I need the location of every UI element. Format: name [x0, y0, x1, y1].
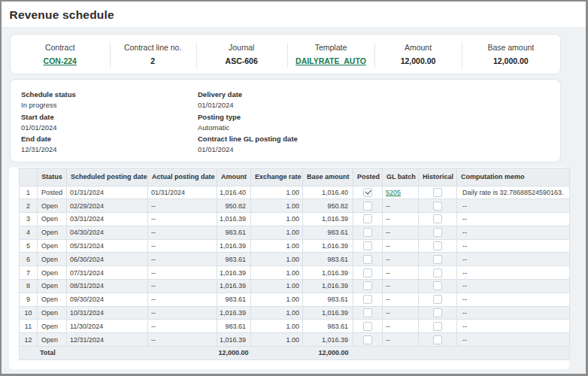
cell-status: Open	[38, 333, 67, 347]
cell-posted	[353, 239, 383, 253]
detail-label-end-date: End date	[21, 134, 198, 144]
cell-computation-memo: --	[457, 306, 570, 320]
detail-value-delivery-date: 01/01/2024	[198, 100, 560, 111]
summary-value-template-link[interactable]: DAILYRATE_AUTO	[296, 56, 366, 66]
cell-status: Open	[38, 306, 67, 320]
cell-historical	[419, 266, 457, 280]
cell-gl-batch: --	[383, 306, 419, 320]
cell-scheduled-posting-date: 03/31/2024	[67, 213, 148, 226]
cell-computation-memo: Daily rate is 32.78688524590163.	[457, 186, 570, 199]
detail-label-delivery-date: Delivery date	[198, 89, 560, 100]
posted-checkbox[interactable]	[363, 335, 372, 344]
cell-computation-memo: --	[457, 280, 570, 293]
historical-checkbox[interactable]	[433, 281, 442, 290]
cell-historical	[419, 253, 457, 266]
historical-checkbox[interactable]	[433, 295, 442, 304]
summary-label-contract: Contract	[45, 43, 75, 53]
cell-status: Open	[38, 266, 67, 280]
cell-actual-posting-date: --	[148, 213, 217, 226]
cell-historical	[419, 306, 457, 320]
cell-scheduled-posting-date: 01/31/2024	[67, 186, 148, 199]
cell-historical	[419, 213, 457, 226]
cell-computation-memo: --	[457, 333, 570, 347]
detail-posting-type: Posting typeAutomatic	[198, 112, 560, 133]
detail-label-contract-line-gl-posting-date: Contract line GL posting date	[198, 134, 560, 144]
historical-checkbox[interactable]	[433, 228, 442, 237]
historical-checkbox[interactable]	[433, 268, 442, 277]
posted-checkbox[interactable]	[363, 255, 372, 264]
column-header-historical: Historical	[419, 168, 457, 186]
cell-amount: 1,016.39	[217, 306, 251, 320]
cell-base-amount: 1,016.39	[303, 280, 353, 293]
posted-checkbox[interactable]	[363, 202, 372, 211]
summary-label-template: Template	[315, 43, 347, 53]
title-bar: Revenue schedule	[2, 2, 586, 28]
historical-checkbox[interactable]	[433, 214, 442, 223]
historical-checkbox[interactable]	[433, 188, 442, 197]
cell-amount: 950.82	[217, 199, 251, 213]
posted-checkbox-checked[interactable]	[363, 188, 372, 197]
cell-row-number: 12	[20, 333, 38, 347]
total-label: Total	[20, 347, 67, 360]
total-spacer	[251, 347, 303, 360]
cell-gl-batch: --	[383, 333, 419, 347]
column-header-scheduled-posting-date: Scheduled posting date	[67, 168, 148, 186]
detail-value-schedule-status: In progress	[21, 100, 198, 111]
cell-base-amount: 983.61	[303, 226, 353, 239]
table-header-row: StatusScheduled posting dateActual posti…	[20, 168, 570, 186]
cell-amount: 1,016.39	[217, 266, 251, 280]
historical-checkbox[interactable]	[433, 202, 442, 211]
historical-checkbox[interactable]	[433, 335, 442, 344]
cell-exchange-rate: 1.00	[251, 186, 303, 199]
cell-gl-batch: --	[383, 199, 419, 213]
gl-batch-link[interactable]: 5205	[386, 189, 401, 196]
cell-amount: 983.61	[217, 293, 251, 306]
historical-checkbox[interactable]	[433, 241, 442, 250]
cell-amount: 983.61	[217, 253, 251, 266]
cell-scheduled-posting-date: 02/29/2024	[67, 199, 148, 213]
cell-historical	[419, 199, 457, 213]
posted-checkbox[interactable]	[363, 281, 372, 290]
revenue-schedule-table: StatusScheduled posting dateActual posti…	[19, 168, 570, 360]
summary-field-base-amount: Base amount12,000.00	[462, 35, 560, 74]
cell-gl-batch: 5205	[383, 186, 419, 199]
summary-field-contract-line-no-: Contract line no.2	[110, 35, 196, 74]
schedule-table-panel: StatusScheduled posting dateActual posti…	[9, 167, 569, 369]
cell-actual-posting-date: --	[148, 306, 217, 320]
detail-contract-line-gl-posting-date: Contract line GL posting date01/01/2024	[198, 134, 560, 155]
posted-checkbox[interactable]	[363, 322, 372, 331]
summary-value-contract-link[interactable]: CON-224	[44, 56, 77, 66]
cell-exchange-rate: 1.00	[251, 199, 303, 213]
historical-checkbox[interactable]	[433, 255, 442, 264]
table-body: 1Posted01/31/202401/31/20241,016.401.001…	[20, 186, 570, 347]
cell-historical	[419, 226, 457, 239]
schedule-row-11: 11Open11/30/2024--983.611.00983.61----	[20, 320, 570, 333]
cell-base-amount: 983.61	[303, 293, 353, 306]
cell-exchange-rate: 1.00	[251, 333, 303, 347]
column-header-gl-batch: GL batch	[383, 168, 419, 186]
summary-field-journal: JournalASC-606	[196, 35, 287, 74]
historical-checkbox[interactable]	[433, 322, 442, 331]
cell-status: Open	[38, 199, 67, 213]
cell-historical	[419, 280, 457, 293]
schedule-row-4: 4Open04/30/2024--983.611.00983.61----	[20, 226, 570, 239]
posted-checkbox[interactable]	[363, 228, 372, 237]
posted-checkbox[interactable]	[363, 308, 372, 317]
cell-actual-posting-date: --	[148, 226, 217, 239]
detail-label-posting-type: Posting type	[198, 112, 560, 123]
cell-row-number: 8	[20, 280, 38, 293]
cell-base-amount: 1,016.39	[303, 266, 353, 280]
cell-exchange-rate: 1.00	[251, 213, 303, 226]
summary-label-contract-line-no-: Contract line no.	[124, 43, 181, 53]
historical-checkbox[interactable]	[433, 308, 442, 317]
cell-row-number: 6	[20, 253, 38, 266]
cell-gl-batch: --	[383, 320, 419, 333]
posted-checkbox[interactable]	[363, 214, 372, 223]
cell-scheduled-posting-date: 12/31/2024	[67, 333, 148, 347]
posted-checkbox[interactable]	[363, 268, 372, 277]
total-amount: 12,000.00	[217, 347, 251, 360]
cell-scheduled-posting-date: 09/30/2024	[67, 293, 148, 306]
cell-row-number: 4	[20, 226, 38, 239]
posted-checkbox[interactable]	[363, 241, 372, 250]
posted-checkbox[interactable]	[363, 295, 372, 304]
